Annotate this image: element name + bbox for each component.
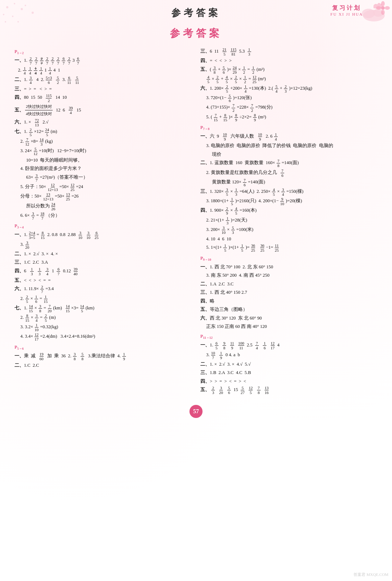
p34-qi-2: 2. 815 × 34 = 25 (m) xyxy=(15,313,192,322)
p12-san-1: 三、= > = < > = xyxy=(15,85,192,93)
p1112-si-1: 四、> > = > < = > < xyxy=(200,377,377,386)
p1112-wu-1: 五、 23 320 56 15 527 125 78 1316 xyxy=(200,386,377,395)
p34-liu-2: 2. 25 × 16 = 115 xyxy=(15,294,192,304)
p910-er-1: 二、1.A 2.C 3.C xyxy=(200,280,377,288)
p910-liu-2: 正东 150 正南 60 西 南 40° 120 xyxy=(200,322,377,331)
p12-qi-4: 4. 卧室的面积是多少平方米？ xyxy=(15,164,192,173)
p910-yi-3: 3. 南 东 50° 200 4. 南 西 45° 250 xyxy=(200,271,377,280)
p910-liu-1: 六、西 北 30° 120 东 北 60° 90 xyxy=(200,314,377,322)
p56-yi-1: 一、乘 减 1960 加 乘 36 2. 38 58 3.乘法结合律 4. 19 xyxy=(15,352,192,361)
p12-qi-1: 七、1. 25 ×12= 245 (m) xyxy=(15,127,192,137)
svg-point-0 xyxy=(6,6,8,8)
svg-point-4 xyxy=(12,16,13,17)
p12-er-1: 二、1. 34 4 2. 5×36 52 3. 611 511 xyxy=(15,76,192,85)
p12-qi-5b: 分母：50× 1312+13 =50× 1325 =26 xyxy=(15,192,192,201)
p78-si-5: 5. 1×(1+ 15 )×(1+ 15 )= 3625 3625 −1= 11… xyxy=(200,243,377,252)
section-p7-8: P7－8 一、六 9 109 六年级人数 109 2. 6 14 3. 电脑的原… xyxy=(200,125,377,253)
page-ref-p7-8: P7－8 xyxy=(200,125,377,131)
section-p5-6: P5－6 一、乘 减 1960 加 乘 36 2. 38 58 3.乘法结合律 … xyxy=(15,345,192,370)
section-p9-10: P9－10 一、1. 西 北 70° 100 2. 北 东 60° 150 3.… xyxy=(200,256,377,331)
p34-yi-1: 一、1. 2×43×5 = 815 2. 0.8 0.8 2.88 310 31… xyxy=(15,231,192,240)
p34-qi-3: 3. 3.2× 110 =0.32(kg) xyxy=(15,323,192,332)
section-p3-4: P3－4 一、1. 2×43×5 = 815 2. 0.8 0.8 2.88 3… xyxy=(15,223,192,342)
svg-point-3 xyxy=(3,14,4,15)
page-header: 参考答案 复习计划 FU XI JI HUA xyxy=(0,0,392,23)
svg-point-6 xyxy=(32,12,34,14)
page-ref-p5-6: P5－6 xyxy=(15,345,192,351)
svg-point-7 xyxy=(5,21,6,23)
svg-point-16 xyxy=(385,6,390,10)
p1112-san-1: 三、1.B 2.A 3.C 4.C 5.B xyxy=(200,369,377,377)
main-title: 参考答案 xyxy=(11,27,381,40)
p78-yi-3b: 现价 xyxy=(200,150,377,159)
page-ref-p1-2: P1－2 xyxy=(15,49,192,56)
svg-point-10 xyxy=(362,9,375,18)
p12-qi-4b: 63× 37 =27(m²)（答案不唯一） xyxy=(15,173,192,182)
r-p12-san: 三、6 11 215 11581 5.3 13 xyxy=(200,47,377,56)
p78-yi-1: 一、六 9 109 六年级人数 109 2. 6 14 xyxy=(200,132,377,141)
svg-point-2 xyxy=(21,8,23,10)
p12-wu-1: 五、 2快过快过快对 4快过快过快对 12 6 394 15 xyxy=(15,103,192,118)
svg-point-13 xyxy=(381,1,385,6)
p12-qi-5a: 5. 分子：50× 1212+13 =50× 1225 =24 xyxy=(15,183,192,192)
p910-yi-1: 一、1. 西 北 70° 100 2. 北 东 60° 150 xyxy=(200,263,377,271)
svg-point-12 xyxy=(381,6,385,10)
p78-si-2: 2. 21×(1+ 13 )=28(天) xyxy=(200,216,377,225)
page-number: 57 xyxy=(189,405,203,418)
p12-qi-2: 2. 712 ×8= 143 (kg) xyxy=(15,137,192,146)
p34-qi-4: 4. 3.4× 1217 =2.4(dm) 3.4×2.4=8.16(dm²) xyxy=(15,332,192,341)
header-title: 参考答案 xyxy=(11,7,381,19)
left-column: P1－2 一、1. 27 27 27 27 27 27 67 27 3 67 2… xyxy=(15,47,192,398)
p1112-yi-3: 3. 107 19 0 4. a b xyxy=(200,351,377,360)
p78-er-1: 二、1. 蓝旗数量 160 黄旗数量 160× 78 =140(面) xyxy=(200,159,377,168)
page-ref-p3-4: P3－4 xyxy=(15,223,192,230)
svg-point-8 xyxy=(17,21,19,23)
r-p12-liu-3: 3. 720×(1− 56 )=120(张) xyxy=(200,94,377,103)
p12-qi-6: 6. 6× 37 = 187 （分） xyxy=(15,211,192,220)
p910-wu-1: 五、等边三角（图略） xyxy=(200,305,377,314)
p78-si-3: 3. 200× 310 × 53 =100(米) xyxy=(200,226,377,235)
p34-er-1: 二、1. × 2.√ 3. × 4. × xyxy=(15,250,192,258)
r-p12-liu-1: 六、1. 200× 25 +200× 14 =130(本) 2.( 54 + 2… xyxy=(200,84,377,93)
p12-yi-1: 一、1. 27 27 27 27 27 27 67 27 3 67 xyxy=(15,56,192,65)
p34-si-1: 四、6 13 13 34 1 67 0.12 3940 xyxy=(15,267,192,276)
p56-er-1: 二、1.C 2.C xyxy=(15,361,192,370)
p12-yi-2: 2. 14 14 14 14 1 14 4 1 xyxy=(15,66,192,75)
p910-si-1: 四、略 xyxy=(200,297,377,305)
p78-san-3: 3. 1800×(1+ 15 )=2160(只) 4. 200×(1− 910 … xyxy=(200,197,377,206)
watermark: 答案君 MXQE.COM xyxy=(354,572,388,577)
page-ref-p11-12: P11－12 xyxy=(200,334,377,340)
main-content: 参考答案 P1－2 一、1. 27 27 27 27 27 27 67 27 3… xyxy=(0,27,392,432)
p910-san-1: 三、1. 西 北 40° 150 2.7 xyxy=(200,288,377,297)
p78-er-2b: 黄旗数量 120× 76 =140(面) xyxy=(200,178,377,187)
svg-point-15 xyxy=(376,6,381,10)
flower-decoration xyxy=(376,1,390,17)
p34-wu-1: 五、< < > < = = xyxy=(15,276,192,285)
section-p1-2: P1－2 一、1. 27 27 27 27 27 27 67 27 3 67 2… xyxy=(15,49,192,220)
two-column-layout: P1－2 一、1. 27 27 27 27 27 27 67 27 3 67 2… xyxy=(11,47,381,398)
r-p12-liu-4: 4. (73+155)× 72 =228× 72 =798(分) xyxy=(200,103,377,112)
p78-san-1: 三、1. 320× 35 × 13 =64(人) 2. 250× 45 × 34… xyxy=(200,187,377,196)
p1112-er-1: 二、1. × 2.√ 3. × 4.√ 5.√ xyxy=(200,360,377,369)
p34-liu-1: 六、1. 11.9× 27 =3.4 xyxy=(15,285,192,294)
page-ref-p9-10: P9－10 xyxy=(200,256,377,262)
p78-yi-3: 3. 电脑的原价 电脑的原价 降低了的价钱 电脑的原价 电脑的 xyxy=(200,142,377,150)
p12-qi-5c: 所以分数为 2426 xyxy=(15,202,192,211)
p12-qi-3: 3. 24× 512 =10(时) 12−9+7=10(时) xyxy=(15,147,192,156)
section-p11-12: P11－12 一、1. 65 98 119 10011 2.5 74 16 xyxy=(200,334,377,395)
p34-yi-3: 3. 320 xyxy=(15,240,192,249)
p78-si-1: 四、1. 900× 29 × 45 =160(本) xyxy=(200,206,377,215)
r-p12-si: 四、= < < > > xyxy=(200,57,377,65)
p1112-yi-1: 一、1. 65 98 119 10011 2.5 74 16 1217 4 xyxy=(200,341,377,350)
p12-right-continued: 三、6 11 215 11581 5.3 13 四、= < < > > 五、( … xyxy=(200,47,377,122)
r-p12-liu-5: 5. ( 715 + 815 )× 89 ÷2×2= 89 (m²) xyxy=(200,113,377,122)
p34-san-1: 三、1.C 2.C 3.A xyxy=(15,258,192,267)
right-column: 三、6 11 215 11581 5.3 13 四、= < < > > 五、( … xyxy=(200,47,377,398)
p78-si-4: 4. 10 4 6 10 xyxy=(200,235,377,243)
svg-point-1 xyxy=(14,3,15,4)
r-p12-wu-2: 45 × 25 + 45 × 25 × 12 = 1225 (m²) xyxy=(200,75,377,84)
svg-point-5 xyxy=(25,5,26,6)
page-number-area: 57 xyxy=(11,405,381,418)
svg-point-14 xyxy=(381,10,385,15)
r-p12-wu-1: 五、( 38 + 56 )× 2429 × 12 = 12 (m²) xyxy=(200,65,377,74)
